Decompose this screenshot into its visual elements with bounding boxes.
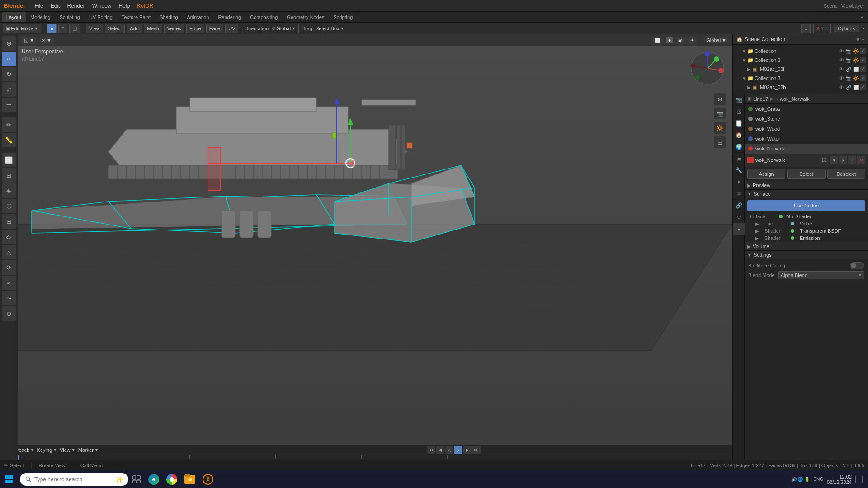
link-icon-5[interactable]: 🔗 [845, 85, 852, 90]
tab-scripting[interactable]: Scripting [329, 12, 357, 22]
prop-tab-modifier[interactable]: 🔧 [733, 164, 745, 176]
jump-start-btn[interactable]: ⏮ [427, 446, 435, 454]
tab-geometry-nodes[interactable]: Geometry Nodes [282, 12, 329, 22]
viewport-wireframe[interactable]: ⬜ [652, 37, 663, 44]
tab-layout[interactable]: Layout [2, 12, 26, 22]
tab-uv-editing[interactable]: UV Editing [85, 12, 117, 22]
menu-render[interactable]: Render [63, 2, 88, 10]
toolbar-edge[interactable]: Edge [186, 24, 204, 33]
mat-copy-icon[interactable]: ⎘ [839, 156, 847, 164]
collection-2-expand-arrow[interactable]: ▼ [742, 58, 747, 63]
prop-tab-physics[interactable]: ⚛ [733, 188, 745, 200]
timeline-view-dropdown[interactable]: View ▼ [60, 447, 75, 453]
collection-item-2[interactable]: ▼ 📁 Collection 2 👁 📷 🔆 ✓ [733, 56, 868, 65]
menu-file[interactable]: File [31, 2, 47, 10]
toolbar-vertex[interactable]: Vertex [164, 24, 184, 33]
scene-filter-icon[interactable]: ▼ [855, 37, 860, 42]
extrude-tool[interactable]: ⊞ [2, 168, 16, 183]
img-icon-3[interactable]: ⬜ [853, 67, 859, 72]
next-frame-btn[interactable]: ▶ [463, 446, 472, 454]
prop-tab-object[interactable]: ▣ [733, 153, 745, 164]
assign-button[interactable]: Assign [747, 169, 785, 179]
taskbar-chrome-icon[interactable] [163, 470, 181, 488]
material-item-norwalk[interactable]: wok_Norwalk [745, 144, 868, 154]
preview-section-header[interactable]: ▶ Preview [745, 181, 868, 190]
annotate-tool[interactable]: ✏ [2, 117, 16, 132]
viewport-overlay-dropdown[interactable]: ⊙ ▼ [39, 37, 54, 44]
prop-tab-output[interactable]: 🖨 [733, 106, 745, 117]
mat-new-icon[interactable]: + [848, 156, 856, 164]
vertex-select-mode[interactable]: ● [47, 24, 57, 33]
visibility-icon-5[interactable]: 👁 [838, 84, 844, 90]
jump-end-btn[interactable]: ⏭ [472, 446, 481, 454]
options-button[interactable]: Options [834, 25, 859, 32]
toolbar-mesh[interactable]: Mesh [144, 24, 162, 33]
bevel-tool[interactable]: ⬡ [2, 199, 16, 213]
cursor-tool[interactable]: ⊕ [2, 36, 16, 51]
use-nodes-button[interactable]: Use Nodes [747, 200, 865, 211]
orientation-dropdown[interactable]: ⊕ Global ▼ [272, 26, 296, 31]
scale-tool[interactable]: ⤢ [2, 82, 16, 97]
camera-icon-2[interactable]: 📷 [845, 57, 852, 63]
tab-animation[interactable]: Animation [183, 12, 214, 22]
menu-window[interactable]: Window [89, 2, 115, 10]
collection-expand-arrow[interactable]: ▼ [742, 49, 747, 54]
viewport-solid[interactable]: ● [666, 37, 674, 43]
collection-item-scene[interactable]: ▼ 📁 Collection 👁 📷 🔆 ✓ [733, 47, 868, 56]
img-icon-5[interactable]: ⬜ [853, 85, 859, 90]
collection-item-3[interactable]: ▼ 📁 Collection 3 👁 📷 🔆 ✓ [733, 74, 868, 83]
camera-icon-1[interactable]: 📷 [845, 48, 852, 54]
volume-section-header[interactable]: ▶ Volume [745, 242, 868, 251]
taskbar-edge-icon[interactable]: e [145, 470, 163, 488]
prop-tab-constraint[interactable]: 🔗 [733, 200, 745, 211]
task-view-button[interactable] [128, 470, 145, 488]
visibility-icon-4[interactable]: 👁 [838, 75, 844, 81]
drag-dropdown[interactable]: Select Box ▼ [316, 26, 344, 31]
smooth-tool[interactable]: ≈ [2, 276, 16, 290]
prop-tab-view-layer[interactable]: 📑 [733, 117, 745, 129]
prev-frame-btn[interactable]: ◀ [436, 446, 444, 454]
visibility-icon-2[interactable]: 👁 [838, 57, 844, 63]
edge-select-mode[interactable]: ⁻ [58, 24, 67, 33]
render-icon-2[interactable]: 🔆 [853, 57, 859, 63]
transform-tool[interactable]: ✛ [2, 98, 16, 112]
mat-browse-icon[interactable]: ▼ [830, 156, 838, 164]
surface-section-header[interactable]: ▼ Surface [745, 190, 868, 198]
main-viewport[interactable]: ◱ ▼ ⊙ ▼ ⬜ ● ◉ ☀ Global ▼ User Perspectiv… [18, 34, 732, 463]
blend-mode-dropdown[interactable]: Alpha Blend ▼ [778, 271, 864, 279]
toolbar-add[interactable]: Add [127, 24, 142, 33]
scene-options-icon[interactable]: + [862, 37, 864, 42]
edge-slide-tool[interactable]: ⤳ [2, 291, 16, 305]
windows-start-button[interactable] [0, 470, 18, 488]
tab-compositing[interactable]: Compositing [245, 12, 282, 22]
prop-tab-world[interactable]: 🌍 [733, 141, 745, 153]
taskbar-search-bar[interactable]: Type here to search ✨ [20, 473, 128, 486]
move-tool[interactable]: ↔ [2, 52, 16, 66]
measure-tool[interactable]: 📏 [2, 133, 16, 147]
checkbox-3[interactable]: ✓ [860, 66, 866, 72]
material-item-grass[interactable]: wok_Grass [745, 104, 868, 114]
material-item-water[interactable]: wok_Water [745, 134, 868, 144]
checkbox-5[interactable]: ✓ [860, 84, 866, 90]
collection-3-expand-arrow[interactable]: ▼ [742, 76, 747, 81]
view-overlay-icon[interactable]: ⊞ [714, 136, 726, 148]
tab-sculpting[interactable]: Sculpting [55, 12, 85, 22]
tab-shading[interactable]: Shading [155, 12, 182, 22]
taskbar-blender-icon[interactable]: B [199, 470, 217, 488]
view-render-icon[interactable]: 🔆 [714, 122, 726, 134]
keying-dropdown[interactable]: Keying ▼ [37, 447, 57, 453]
backface-culling-toggle[interactable] [850, 262, 864, 269]
loop-cut-tool[interactable]: ⊟ [2, 214, 16, 229]
toolbar-uv[interactable]: UV [225, 24, 238, 33]
poly-build-tool[interactable]: △ [2, 245, 16, 259]
proportional-editing[interactable]: ○ [801, 24, 811, 33]
select-button[interactable]: Select [787, 169, 825, 179]
checkbox-2[interactable]: ✓ [860, 57, 866, 63]
taskbar-file-explorer-icon[interactable]: 📁 [181, 470, 199, 488]
prop-tab-material[interactable]: ⬦ [733, 223, 745, 235]
tab-texture-paint[interactable]: Texture Paint [117, 12, 155, 22]
fac-expand-arrow[interactable]: ▶ [755, 221, 759, 226]
global-coord-dropdown[interactable]: Global ▼ [704, 37, 729, 43]
zoom-extents-icon[interactable]: ⊕ [714, 93, 726, 105]
play-reverse-btn[interactable]: ◁ [445, 446, 453, 454]
